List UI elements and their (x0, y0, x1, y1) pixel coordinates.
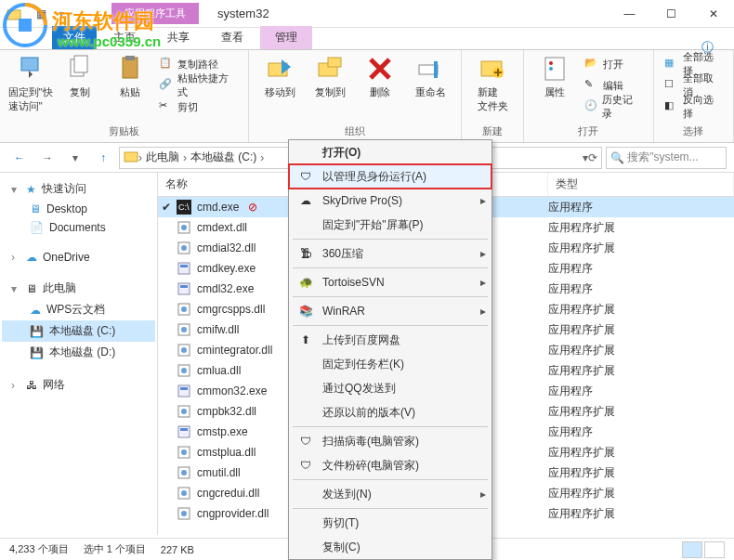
menu-item[interactable]: 🗜360压缩▸ (289, 241, 492, 266)
ribbon: 固定到"快 速访问" 复制 粘贴 📋复制路径 🔗粘贴快捷方式 ✂剪切 剪贴板 移… (0, 50, 734, 143)
svg-point-24 (181, 245, 187, 251)
recent-button[interactable]: ▾ (63, 146, 87, 170)
file-name: cngcredui.dll (197, 487, 259, 500)
properties-button[interactable]: 属性 (531, 54, 577, 99)
paste-shortcut-button[interactable]: 🔗粘贴快捷方式 (156, 75, 241, 96)
menu-item[interactable]: 📚WinRAR▸ (289, 299, 492, 323)
menu-item[interactable]: 剪切(T) (289, 511, 492, 535)
file-name: cmdkey.exe (197, 262, 256, 275)
file-type: 应用程序扩展 (548, 465, 734, 481)
svg-rect-37 (178, 385, 190, 397)
menu-item[interactable]: 固定到"开始"屏幕(P) (289, 213, 492, 237)
menu-icon: 🐢 (296, 276, 315, 289)
view-details-button[interactable] (682, 541, 702, 558)
invert-select-button[interactable]: ◧反向选择 (662, 97, 726, 117)
sidebar-onedrive[interactable]: ›☁OneDrive (2, 248, 155, 267)
menu-icon: 📚 (296, 305, 315, 318)
svg-rect-41 (178, 426, 190, 437)
menu-icon: 🛡 (296, 459, 315, 472)
menu-item[interactable]: 🐢TortoiseSVN▸ (289, 270, 492, 294)
svg-rect-3 (21, 58, 38, 71)
view-large-button[interactable] (704, 541, 725, 558)
copy-to-button[interactable]: 复制到 (307, 54, 353, 99)
file-type: 应用程序 (548, 281, 734, 297)
svg-rect-25 (178, 263, 190, 274)
organize-group-label: 组织 (256, 123, 453, 138)
search-input[interactable]: 🔍 搜索"system... (606, 147, 727, 169)
help-icon[interactable]: ⓘ (694, 35, 721, 59)
open-button[interactable]: 📂打开 (582, 54, 646, 74)
close-button[interactable]: ✕ (692, 1, 734, 27)
up-button[interactable]: ↑ (91, 146, 115, 170)
delete-button[interactable]: 删除 (357, 54, 403, 99)
file-icon (177, 261, 191, 276)
menu-item[interactable]: 🛡扫描病毒(电脑管家) (289, 429, 492, 453)
menu-item[interactable]: 打开(O) (289, 140, 492, 164)
sidebar-wps[interactable]: ☁WPS云文档 (2, 299, 155, 320)
stop-icon: ⊘ (248, 201, 257, 214)
menu-item[interactable]: 通过QQ发送到 (289, 376, 492, 400)
file-icon (177, 424, 191, 439)
watermark-text: 河东软件园 (52, 7, 154, 35)
refresh-icon[interactable]: ⟳ (588, 151, 597, 164)
menu-item[interactable]: 发送到(N)▸ (289, 482, 492, 506)
menu-item[interactable]: ☁SkyDrive Pro(S)▸ (289, 189, 492, 213)
menu-item[interactable]: 还原以前的版本(V) (289, 400, 492, 424)
view-tab[interactable]: 查看 (206, 26, 258, 49)
manage-tab[interactable]: 管理 (260, 26, 312, 49)
file-name: cmutil.dll (197, 466, 241, 479)
menu-icon: 🛡 (296, 435, 315, 448)
file-type: 应用程序 (548, 200, 734, 215)
menu-label: SkyDrive Pro(S) (322, 194, 402, 207)
submenu-arrow: ▸ (480, 276, 486, 289)
file-name: cmintegrator.dll (197, 344, 272, 357)
svg-point-40 (181, 409, 187, 414)
sidebar-drive-c[interactable]: 💾本地磁盘 (C:) (2, 320, 155, 342)
sidebar-documents[interactable]: 📄Documents (2, 218, 155, 237)
svg-point-30 (181, 306, 187, 312)
menu-item[interactable]: 🛡文件粉碎(电脑管家) (289, 453, 492, 477)
status-selected: 选中 1 个项目 (84, 542, 146, 556)
minimize-button[interactable]: — (609, 1, 650, 27)
select-group-label: 选择 (662, 123, 726, 138)
sidebar-thispc[interactable]: ▾🖥此电脑 (2, 278, 155, 299)
sidebar-network[interactable]: ›🖧网络 (2, 374, 155, 396)
copy-button[interactable]: 复制 (57, 54, 102, 99)
file-type: 应用程序 (548, 261, 734, 277)
menu-item[interactable]: 🛡以管理员身份运行(A) (289, 164, 492, 189)
history-button[interactable]: 🕘历史记录 (582, 97, 646, 117)
forward-button[interactable]: → (35, 146, 59, 170)
menu-item[interactable]: 固定到任务栏(K) (289, 352, 492, 376)
rename-button[interactable]: 重命名 (407, 54, 453, 99)
file-type: 应用程序 (548, 384, 734, 399)
pin-button[interactable]: 固定到"快 速访问" (7, 54, 53, 113)
cut-button[interactable]: ✂剪切 (156, 97, 241, 117)
navigation-pane: ▾★快速访问 🖥Desktop 📄Documents ›☁OneDrive ▾🖥… (0, 173, 158, 535)
menu-item[interactable]: 复制(C) (289, 535, 492, 559)
context-menu: 打开(O)🛡以管理员身份运行(A)☁SkyDrive Pro(S)▸固定到"开始… (288, 139, 492, 560)
file-type: 应用程序扩展 (548, 322, 734, 338)
back-button[interactable]: ← (7, 146, 32, 170)
svg-rect-18 (125, 152, 138, 162)
new-folder-button[interactable]: 新建 文件夹 (469, 54, 516, 113)
col-type[interactable]: 类型 (548, 173, 734, 196)
paste-button[interactable]: 粘贴 (107, 54, 152, 99)
file-type: 应用程序扩展 (548, 445, 734, 461)
submenu-arrow: ▸ (480, 194, 486, 207)
menu-item[interactable]: ⬆上传到百度网盘 (289, 328, 492, 352)
menu-label: 固定到任务栏(K) (322, 357, 404, 372)
menu-icon: ⬆ (296, 333, 315, 346)
sidebar-desktop[interactable]: 🖥Desktop (2, 200, 155, 218)
menu-label: TortoiseSVN (322, 276, 385, 289)
sidebar-drive-d[interactable]: 💾本地磁盘 (D:) (2, 342, 155, 363)
file-name: cmdial32.dll (197, 241, 256, 254)
sidebar-quick-access[interactable]: ▾★快速访问 (2, 178, 155, 200)
file-name: cmmon32.exe (197, 384, 267, 397)
file-icon (177, 465, 191, 480)
menu-label: 发送到(N) (322, 487, 372, 502)
open-group-label: 打开 (531, 123, 646, 138)
file-icon (177, 445, 191, 460)
move-to-button[interactable]: 移动到 (256, 54, 303, 99)
maximize-button[interactable]: ☐ (650, 1, 692, 27)
file-type: 应用程序扩展 (548, 343, 734, 358)
